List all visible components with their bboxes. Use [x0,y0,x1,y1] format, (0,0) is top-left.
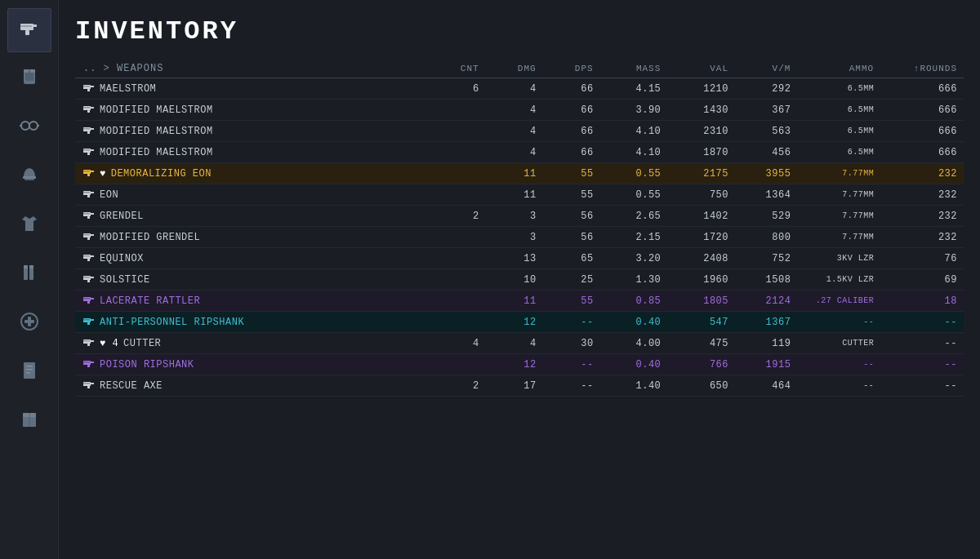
cnt-cell [429,291,486,312]
table-row[interactable]: MODIFIED MAELSTROM4663.9014303676.5MM666 [75,100,964,121]
helm-icon [17,162,42,193]
vm-cell: 119 [735,333,797,354]
cnt-cell [429,227,486,248]
dps-cell: 55 [543,184,600,206]
svg-rect-77 [83,319,90,321]
svg-rect-84 [87,365,90,367]
sidebar-item-medical[interactable] [7,302,51,346]
table-row[interactable]: ♥DEMORALIZING EON11550.55217539557.77MM2… [75,163,964,184]
sidebar-item-goggles[interactable] [7,106,51,150]
svg-rect-89 [83,383,90,384]
val-cell: 1210 [667,78,735,100]
weapon-name-text: RESCUE AXE [100,380,163,392]
svg-rect-19 [29,265,33,268]
svg-rect-63 [91,255,94,257]
svg-rect-7 [30,69,35,73]
table-row[interactable]: MODIFIED MAELSTROM4664.1023105636.5MM666 [75,121,964,142]
sidebar-item-ammo[interactable] [7,253,51,297]
dmg-cell: 11 [486,184,543,206]
rounds-cell: -- [880,354,964,375]
dmg-cell: 10 [486,269,543,291]
val-cell: 1430 [667,100,735,121]
table-row[interactable]: MAELSTROM64664.1512102926.5MM666 [75,78,964,100]
svg-rect-6 [24,69,29,73]
weapon-icon [83,104,95,116]
sidebar-item-pistol[interactable] [7,8,51,52]
dmg-cell: 11 [486,291,543,312]
svg-rect-71 [91,298,94,299]
vm-cell: 2124 [735,291,797,312]
svg-rect-39 [91,128,94,130]
medical-icon [17,309,42,339]
sidebar-item-helm[interactable] [7,155,51,199]
mass-cell: 0.40 [600,354,668,375]
favorite-heart-icon: ♥ 4 [100,338,118,349]
weapon-name-cell: ♥ 4CUTTER [75,333,429,353]
weapon-name-cell: RESCUE AXE [75,375,429,396]
weapon-icon [83,252,95,264]
weapon-name-text: SOLSTICE [100,274,150,286]
cnt-cell [429,163,486,184]
vm-cell: 3955 [735,163,797,184]
rounds-cell: 18 [880,291,964,312]
rounds-cell: -- [880,375,964,397]
pistol-icon [17,16,42,46]
cnt-cell [429,100,486,121]
cnt-cell [429,142,486,163]
mass-cell: 0.85 [600,291,668,312]
weapon-name-cell: GRENDEL [75,206,429,226]
col-val: VAL [667,60,735,78]
val-cell: 1870 [667,142,735,163]
cnt-cell: 2 [429,206,486,227]
rounds-cell: 666 [880,121,964,142]
svg-rect-69 [83,277,90,278]
dmg-cell: 4 [486,142,543,163]
table-row[interactable]: SOLSTICE10251.30196015081.5KV LZR69 [75,269,964,291]
weapon-name-cell: MODIFIED GRENDEL [75,227,429,247]
table-row[interactable]: EQUINOX13653.2024087523KV LZR76 [75,248,964,269]
dps-cell: 66 [543,142,600,163]
ammo-cell: CUTTER [797,333,880,354]
mass-cell: 0.55 [600,163,668,184]
svg-rect-53 [83,192,90,193]
weapon-name-cell: POISON RIPSHANK [75,354,429,375]
svg-rect-61 [83,234,90,236]
table-row[interactable]: MODIFIED GRENDEL3562.1517208007.77MM232 [75,227,964,248]
mass-cell: 3.20 [600,248,668,269]
table-row[interactable]: RESCUE AXE217--1.40650464---- [75,375,964,397]
rounds-cell: 666 [880,100,964,121]
svg-rect-33 [83,86,90,87]
svg-rect-24 [26,366,33,367]
col-mass: MASS [600,60,668,78]
cnt-cell [429,248,486,269]
table-row[interactable]: ♥ 4CUTTER44304.00475119CUTTER-- [75,333,964,354]
val-cell: 1402 [667,206,735,227]
col-ammo: AMMO [797,60,880,78]
cnt-cell: 4 [429,333,486,354]
sidebar-item-package[interactable] [7,400,51,444]
sidebar-item-armor[interactable] [7,57,51,101]
val-cell: 2310 [667,121,735,142]
svg-rect-72 [87,301,90,304]
cnt-cell: 6 [429,78,486,100]
table-row[interactable]: POISON RIPSHANK12--0.407661915---- [75,354,964,375]
inventory-table-wrapper[interactable]: .. > WEAPONS CNT DMG DPS MASS VAL V/M AM… [75,60,964,397]
table-row[interactable]: GRENDEL23562.6514025297.77MM232 [75,206,964,227]
table-row[interactable]: LACERATE RATTLER11550.8518052124.27 CALI… [75,291,964,312]
table-row[interactable]: MODIFIED MAELSTROM4664.1018704566.5MM666 [75,142,964,163]
weapon-name-cell: ANTI-PERSONNEL RIPSHANK [75,312,429,332]
svg-rect-32 [87,89,90,91]
sidebar-item-document[interactable] [7,351,51,395]
armor-icon [17,64,42,95]
table-row[interactable]: EON11550.5575013647.77MM232 [75,184,964,206]
mass-cell: 1.30 [600,269,668,291]
sidebar-item-shirt[interactable] [7,204,51,248]
ammo-cell: -- [797,375,880,397]
weapon-icon [83,358,95,370]
table-row[interactable]: ANTI-PERSONNEL RIPSHANK12--0.405471367--… [75,312,964,333]
dps-cell: 66 [543,121,600,142]
ammo-cell: -- [797,354,880,375]
weapon-name-text: GRENDEL [100,211,144,222]
content-area: INVENTORY .. > WEAPONS CNT DMG DPS MASS … [59,0,980,559]
breadcrumb: .. > WEAPONS [75,60,429,78]
